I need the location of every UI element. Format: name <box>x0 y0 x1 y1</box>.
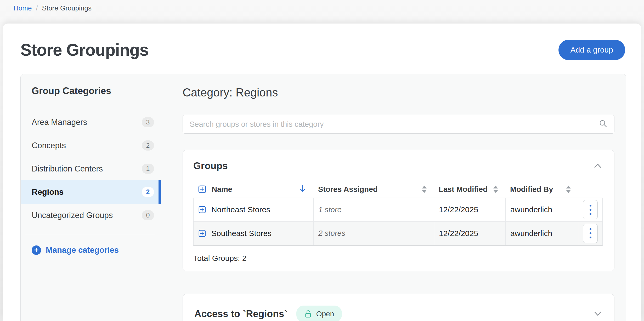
open-lock-icon <box>304 310 312 318</box>
plus-circle-icon: + <box>32 245 41 255</box>
column-label: Last Modified <box>439 185 488 194</box>
access-status-badge: Open <box>296 306 342 321</box>
table-row[interactable]: Northeast Stores 1 store 12/22/2025 awun… <box>194 198 602 221</box>
access-card-title: Access to `Regions` <box>194 308 287 319</box>
sort-toggle-icon <box>566 186 571 193</box>
expand-row-icon[interactable] <box>198 230 206 237</box>
group-categories-sidebar: Group Categories Area Managers 3 Concept… <box>21 74 161 321</box>
groups-card: Groups <box>183 150 614 271</box>
manage-categories-link[interactable]: + Manage categories <box>32 245 161 255</box>
sidebar-item-label: Regions <box>32 187 64 197</box>
add-group-button[interactable]: Add a group <box>558 40 625 60</box>
sidebar-item-label: Distribution Centers <box>32 164 103 174</box>
row-actions-cell <box>578 198 602 221</box>
category-heading: Category: Regions <box>183 86 614 99</box>
row-menu-button[interactable] <box>583 224 598 243</box>
group-name-cell: Northeast Stores <box>194 198 314 221</box>
category-panel: Category: Regions Groups <box>161 74 626 321</box>
breadcrumb-separator: / <box>36 4 38 12</box>
content-container: Group Categories Area Managers 3 Concept… <box>20 74 626 321</box>
stores-assigned-cell: 1 store <box>314 198 434 221</box>
collapse-groups-button[interactable] <box>593 162 603 170</box>
sidebar-item-distribution-centers[interactable]: Distribution Centers 1 <box>21 157 161 180</box>
search-input[interactable] <box>190 120 599 129</box>
search-bar <box>183 115 614 134</box>
sidebar-item-label: Concepts <box>32 141 66 150</box>
row-menu-button[interactable] <box>583 200 598 219</box>
count-badge: 2 <box>142 140 154 151</box>
row-actions-cell <box>578 222 602 245</box>
column-header-stores-assigned[interactable]: Stores Assigned <box>313 185 434 194</box>
sidebar-item-area-managers[interactable]: Area Managers 3 <box>21 111 161 134</box>
modified-by-cell: awunderlich <box>506 198 578 221</box>
group-name: Southeast Stores <box>211 229 272 238</box>
column-label: Stores Assigned <box>318 185 378 194</box>
page-card: Store Groupings Add a group Group Catego… <box>3 24 641 321</box>
last-modified-cell: 12/22/2025 <box>434 198 506 221</box>
store-groupings-screen: Home / Store Groupings Store Groupings A… <box>0 0 644 321</box>
groups-table-body: Northeast Stores 1 store 12/22/2025 awun… <box>193 198 603 246</box>
access-card-header: Access to `Regions` Open <box>194 306 603 321</box>
count-badge: 2 <box>142 187 154 197</box>
count-badge: 0 <box>142 210 154 220</box>
groups-card-header: Groups <box>193 160 603 171</box>
sidebar-item-regions[interactable]: Regions 2 <box>21 180 161 204</box>
sidebar-item-label: Area Managers <box>32 118 87 127</box>
groups-table-header: Name Stores Assigned <box>193 181 603 198</box>
sort-desc-icon <box>299 185 306 194</box>
table-row[interactable]: Southeast Stores 2 stores 12/22/2025 awu… <box>194 221 602 245</box>
breadcrumb: Home / Store Groupings <box>14 4 92 12</box>
expand-row-icon[interactable] <box>198 206 206 214</box>
breadcrumb-home-link[interactable]: Home <box>14 4 32 12</box>
column-label: Name <box>212 185 232 194</box>
count-badge: 3 <box>142 117 154 127</box>
page-title: Store Groupings <box>20 40 149 60</box>
breadcrumb-current: Store Groupings <box>42 4 92 12</box>
groups-card-title: Groups <box>193 160 228 171</box>
total-groups-label: Total Groups: 2 <box>193 254 603 263</box>
chevron-up-icon <box>594 165 602 169</box>
column-label: Modified By <box>510 185 553 194</box>
page-header: Store Groupings Add a group <box>3 24 641 60</box>
sidebar-item-concepts[interactable]: Concepts 2 <box>21 134 161 157</box>
access-card: Access to `Regions` Open <box>183 294 614 321</box>
sidebar-divider <box>25 235 155 235</box>
sidebar-item-label: Uncategorized Groups <box>32 211 113 220</box>
sidebar-item-uncategorized-groups[interactable]: Uncategorized Groups 0 <box>21 204 161 227</box>
sort-toggle-icon <box>493 186 498 193</box>
chevron-down-icon <box>594 313 602 317</box>
modified-by-cell: awunderlich <box>506 222 578 245</box>
search-icon[interactable] <box>599 119 607 129</box>
group-name: Northeast Stores <box>211 205 270 214</box>
column-header-modified-by[interactable]: Modified By <box>505 185 578 194</box>
sidebar-title: Group Categories <box>32 85 161 96</box>
manage-categories-label: Manage categories <box>46 245 119 255</box>
group-name-cell: Southeast Stores <box>194 222 314 245</box>
count-badge: 1 <box>142 164 154 174</box>
column-header-last-modified[interactable]: Last Modified <box>434 185 505 194</box>
access-status-label: Open <box>316 310 334 318</box>
expand-all-icon[interactable] <box>198 185 206 193</box>
sort-toggle-icon <box>422 186 427 193</box>
last-modified-cell: 12/22/2025 <box>434 222 506 245</box>
stores-assigned-cell: 2 stores <box>314 222 434 245</box>
access-card-title-group: Access to `Regions` Open <box>194 306 342 321</box>
column-header-name[interactable]: Name <box>193 185 313 194</box>
expand-access-button[interactable] <box>593 310 603 318</box>
